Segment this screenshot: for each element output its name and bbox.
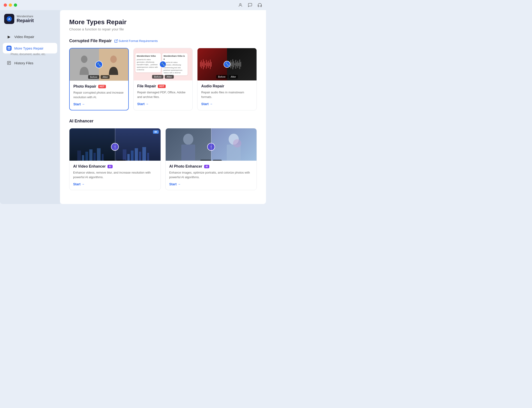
ai-video-body: AI Video Enhancer AI Enhance videos, rem… <box>70 161 161 190</box>
title-bar-actions <box>238 2 262 8</box>
photo-repair-badge: HOT <box>98 85 106 88</box>
ai-photo-desc: Enhance images, optimize portraits, and … <box>169 170 253 179</box>
ai-cards-grid: 4K ↑ Before After AI Video Enhancer AI <box>69 128 257 190</box>
audio-repair-title-row: Audio Repair <box>201 84 253 88</box>
svg-rect-72 <box>147 153 149 161</box>
svg-rect-60 <box>82 155 84 161</box>
ai-video-title-row: AI Video Enhancer AI <box>73 164 157 169</box>
ai-video-title: AI Video Enhancer <box>73 164 106 169</box>
svg-rect-4 <box>8 48 9 50</box>
photo-repair-title-row: Photo Repair HOT <box>73 84 125 88</box>
headset-icon[interactable] <box>257 2 262 8</box>
ai-photo-badge: AI <box>204 165 209 168</box>
svg-rect-75 <box>181 144 195 161</box>
svg-rect-70 <box>139 152 141 161</box>
logo-area: Wondershare Repairit <box>3 14 57 24</box>
app-body: Wondershare Repairit ▶ Video Repair More… <box>0 10 266 204</box>
card-ai-video-enhancer[interactable]: 4K ↑ Before After AI Video Enhancer AI <box>69 128 161 190</box>
section-header-ai: AI Enhancer <box>69 119 257 124</box>
ai-photo-image: ↑ Before After <box>166 128 257 161</box>
audio-repair-body: Audio Repair Repair audio files in mains… <box>198 80 257 110</box>
main-content: More Types Repair Choose a function to r… <box>60 10 266 204</box>
sidebar-item-label-history: History Files <box>14 61 34 65</box>
svg-point-78 <box>233 139 241 147</box>
history-files-icon <box>7 60 11 66</box>
file-repair-body: File Repair HOT Repair damaged PDF, Offi… <box>134 80 193 110</box>
logo-product: Repairit <box>17 18 34 23</box>
card-ai-photo-enhancer[interactable]: ↑ Before After AI Photo Enhancer AI Enha… <box>166 128 257 190</box>
page-title: More Types Repair <box>69 18 257 26</box>
file-repair-icon-overlay: 🔧 <box>159 61 166 68</box>
file-repair-image: Wondershare Virbo powerful AI video gene… <box>134 48 193 80</box>
sidebar-item-sublabel: Photo, document, audio, etc. <box>11 52 57 56</box>
file-repair-start[interactable]: Start → <box>137 102 149 106</box>
file-repair-title-row: File Repair HOT <box>137 84 189 88</box>
title-bar <box>0 0 266 10</box>
svg-point-10 <box>81 56 87 63</box>
svg-rect-65 <box>102 154 104 161</box>
svg-rect-64 <box>97 148 101 161</box>
maximize-button[interactable] <box>14 3 17 7</box>
svg-rect-62 <box>89 149 93 161</box>
card-audio-repair[interactable]: 🔧 Before After Audio Repair Repair audio… <box>197 48 257 110</box>
svg-rect-2 <box>8 47 9 48</box>
svg-rect-66 <box>77 151 81 161</box>
ai-video-divider <box>115 128 115 161</box>
ai-photo-start[interactable]: Start → <box>169 182 181 186</box>
ai-photo-title: AI Photo Enhancer <box>169 164 202 169</box>
ai-photo-before-label: Before <box>200 160 211 161</box>
sidebar-item-more-types-repair[interactable]: More Types Repair <box>3 43 57 53</box>
photo-repair-image: 🔧 Before After <box>70 48 128 81</box>
file-repair-desc: Repair damaged PDF, Office, Adobe and ar… <box>137 90 189 99</box>
photo-repair-desc: Repair corrupted photos and increase res… <box>73 90 125 99</box>
card-file-repair[interactable]: Wondershare Virbo powerful AI video gene… <box>133 48 193 110</box>
sidebar-item-history-files[interactable]: History Files <box>3 58 57 68</box>
photo-repair-icon-overlay: 🔧 <box>95 61 103 68</box>
svg-rect-67 <box>127 154 130 161</box>
chat-icon[interactable] <box>248 2 253 8</box>
minimize-button[interactable] <box>9 3 12 7</box>
photo-repair-body: Photo Repair HOT Repair corrupted photos… <box>70 81 128 110</box>
ai-video-before-label: Before <box>104 160 115 161</box>
more-types-repair-icon <box>7 46 11 51</box>
section-title-corrupted: Corrupted File Repair <box>69 39 112 43</box>
svg-rect-73 <box>123 149 126 161</box>
ai-photo-after-label: After <box>213 160 222 161</box>
ai-photo-body: AI Photo Enhancer AI Enhance images, opt… <box>166 161 257 190</box>
logo-text: Wondershare Repairit <box>17 15 34 23</box>
file-after-label: After <box>165 75 174 79</box>
account-icon[interactable] <box>238 2 243 8</box>
photo-repair-title: Photo Repair <box>73 84 96 88</box>
svg-rect-63 <box>93 153 96 161</box>
before-label: Before <box>88 75 99 79</box>
close-button[interactable] <box>4 3 7 7</box>
submit-format-link[interactable]: Submit Format Requirements <box>114 39 158 43</box>
svg-point-11 <box>110 56 117 63</box>
page-subtitle: Choose a function to repair your file <box>69 27 257 31</box>
svg-rect-71 <box>142 147 146 161</box>
file-repair-title: File Repair <box>137 84 156 88</box>
file-before-label: Before <box>152 75 163 79</box>
ai-video-after-label: After <box>117 160 126 161</box>
video-repair-icon: ▶ <box>7 34 11 39</box>
ai-video-start[interactable]: Start → <box>73 182 85 186</box>
ai-video-badge: AI <box>107 165 113 168</box>
sidebar-item-video-repair[interactable]: ▶ Video Repair <box>3 31 57 42</box>
svg-rect-3 <box>9 47 10 48</box>
photo-repair-start[interactable]: Start → <box>73 102 85 106</box>
svg-rect-5 <box>9 48 10 50</box>
file-repair-badge: HOT <box>158 85 166 88</box>
sidebar: Wondershare Repairit ▶ Video Repair More… <box>0 10 60 204</box>
traffic-lights <box>4 3 17 7</box>
ai-photo-divider <box>211 128 211 161</box>
audio-repair-start[interactable]: Start → <box>201 102 213 106</box>
sidebar-item-label-more-types: More Types Repair <box>14 46 43 50</box>
photo-ba-labels: Before After <box>88 75 110 79</box>
logo-brand: Wondershare <box>17 15 34 18</box>
svg-rect-61 <box>85 152 88 161</box>
audio-repair-image: 🔧 Before After <box>198 48 257 80</box>
svg-point-74 <box>183 134 193 145</box>
card-photo-repair[interactable]: 🔧 Before After Photo Repair HOT Repair c… <box>69 48 129 110</box>
ai-video-desc: Enhance videos, remove blur, and increas… <box>73 170 157 179</box>
audio-repair-icon-overlay: 🔧 <box>224 61 230 68</box>
